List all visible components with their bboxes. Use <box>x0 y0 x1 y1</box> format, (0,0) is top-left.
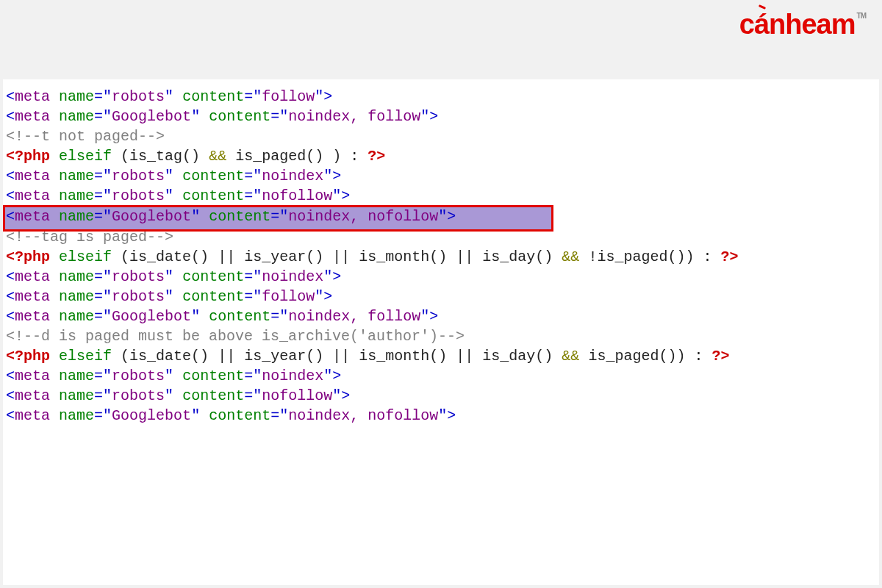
code-line-comment: <!--d is paged must be above is_archive(… <box>3 326 879 346</box>
code-line: <meta name="robots" content="follow"> <box>3 87 879 107</box>
code-line: <meta name="robots" content="nofollow"> <box>3 386 879 406</box>
code-line: <meta name="Googlebot" content="noindex,… <box>3 306 879 326</box>
brand-logo: cánheam TM <box>739 9 866 40</box>
code-line: <meta name="robots" content="noindex"> <box>3 366 879 386</box>
code-line: <meta name="robots" content="noindex"> <box>3 166 879 186</box>
code-line: <meta name="Googlebot" content="noindex,… <box>3 107 879 126</box>
code-line-comment: <!--t not paged--> <box>3 126 879 146</box>
code-snippet: <meta name="robots" content="follow"> <m… <box>3 79 879 585</box>
code-line: <meta name="Googlebot" content="noindex,… <box>3 406 879 426</box>
code-line: <meta name="Googlebot" content="noindex,… <box>3 207 879 226</box>
code-line: <meta name="robots" content="noindex"> <box>3 267 879 287</box>
brand-logo-text: cánheam <box>739 9 856 40</box>
code-line-php: <?php elseif (is_tag() && is_paged() ) :… <box>3 146 879 166</box>
highlighted-line: <meta name="Googlebot" content="noindex,… <box>3 207 879 226</box>
code-line-php: <?php elseif (is_date() || is_year() || … <box>3 346 879 366</box>
brand-logo-tm: TM <box>857 12 866 20</box>
code-line: <meta name="robots" content="nofollow"> <box>3 186 879 206</box>
code-line-php: <?php elseif (is_date() || is_year() || … <box>3 247 879 267</box>
code-line: <meta name="robots" content="follow"> <box>3 287 879 306</box>
